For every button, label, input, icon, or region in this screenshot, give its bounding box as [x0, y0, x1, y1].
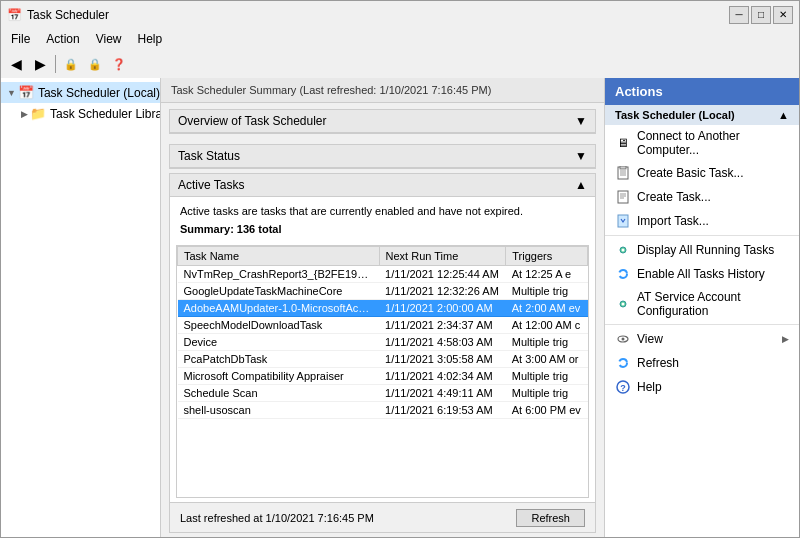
col-triggers[interactable]: Triggers: [506, 247, 588, 266]
toolbar-btn-1[interactable]: 🔒: [60, 53, 82, 75]
action-item-display-all-running-tasks[interactable]: Display All Running Tasks: [605, 238, 799, 262]
task-name-cell: shell-usoscan: [178, 402, 380, 419]
sidebar-item-library[interactable]: ▶ 📁 Task Scheduler Library: [15, 103, 160, 124]
toolbar-back[interactable]: ◀: [5, 53, 27, 75]
action-item-help[interactable]: ?Help: [605, 375, 799, 399]
action-label: Refresh: [637, 356, 789, 370]
action-item-refresh[interactable]: Refresh: [605, 351, 799, 375]
content-area: Task Scheduler Summary (Last refreshed: …: [161, 78, 604, 537]
triggers-cell: Multiple trig: [506, 334, 588, 351]
expand-icon: ▼: [7, 88, 16, 98]
table-row[interactable]: Microsoft Compatibility Appraiser1/11/20…: [178, 368, 588, 385]
maximize-button[interactable]: □: [751, 6, 771, 24]
action-icon: ?: [615, 379, 631, 395]
action-divider: [605, 324, 799, 325]
toolbar-btn-3[interactable]: ❓: [108, 53, 130, 75]
triggers-cell: At 2:00 AM ev: [506, 300, 588, 317]
sidebar-local-label: Task Scheduler (Local): [38, 86, 160, 100]
table-row[interactable]: GoogleUpdateTaskMachineCore1/11/2021 12:…: [178, 283, 588, 300]
refresh-button[interactable]: Refresh: [516, 509, 585, 527]
toolbar-forward[interactable]: ▶: [29, 53, 51, 75]
table-row[interactable]: Schedule Scan1/11/2021 4:49:11 AMMultipl…: [178, 385, 588, 402]
svg-point-12: [619, 270, 627, 278]
action-label: View: [637, 332, 776, 346]
library-icon: 📁: [30, 106, 46, 121]
summary-header-text: Task Scheduler Summary (Last refreshed: …: [171, 84, 491, 96]
action-item-enable-all-tasks-history[interactable]: Enable All Tasks History: [605, 262, 799, 286]
next-run-cell: 1/11/2021 2:34:37 AM: [379, 317, 506, 334]
svg-point-11: [622, 249, 625, 252]
triggers-cell: At 12:00 AM c: [506, 317, 588, 334]
task-name-cell: NvTmRep_CrashReport3_{B2FE1952-0186-46C.…: [178, 266, 380, 283]
actions-title: Actions: [605, 78, 799, 105]
actions-group-local[interactable]: Task Scheduler (Local) ▲: [605, 105, 799, 125]
menu-help[interactable]: Help: [132, 30, 169, 48]
minimize-button[interactable]: ─: [729, 6, 749, 24]
menu-view[interactable]: View: [90, 30, 128, 48]
action-label: Display All Running Tasks: [637, 243, 789, 257]
task-table-wrapper[interactable]: Task Name Next Run Time Triggers NvTmRep…: [176, 245, 589, 498]
table-row[interactable]: NvTmRep_CrashReport3_{B2FE1952-0186-46C.…: [178, 266, 588, 283]
action-icon: [615, 296, 631, 312]
action-label: Enable All Tasks History: [637, 267, 789, 281]
menu-file[interactable]: File: [5, 30, 36, 48]
sidebar-item-local[interactable]: ▼ 📅 Task Scheduler (Local): [1, 82, 160, 103]
toolbar-btn-2[interactable]: 🔒: [84, 53, 106, 75]
tasks-description: Active tasks are tasks that are currentl…: [170, 197, 595, 221]
col-task-name[interactable]: Task Name: [178, 247, 380, 266]
action-item-create-task...[interactable]: Create Task...: [605, 185, 799, 209]
table-row[interactable]: SpeechModelDownloadTask1/11/2021 2:34:37…: [178, 317, 588, 334]
next-run-cell: 1/11/2021 4:49:11 AM: [379, 385, 506, 402]
action-icon: [615, 213, 631, 229]
action-label: Create Task...: [637, 190, 789, 204]
action-item-create-basic-task...[interactable]: Create Basic Task...: [605, 161, 799, 185]
next-run-cell: 1/11/2021 3:05:58 AM: [379, 351, 506, 368]
content-inner: Overview of Task Scheduler ▼ Task Status…: [161, 103, 604, 537]
task-name-cell: PcaPatchDbTask: [178, 351, 380, 368]
active-tasks-section: Active Tasks ▲ Active tasks are tasks th…: [169, 173, 596, 533]
task-status-header[interactable]: Task Status ▼: [170, 145, 595, 168]
action-icon: [615, 242, 631, 258]
table-row[interactable]: PcaPatchDbTask1/11/2021 3:05:58 AMAt 3:0…: [178, 351, 588, 368]
table-row[interactable]: Device1/11/2021 4:58:03 AMMultiple trig: [178, 334, 588, 351]
actions-group-chevron: ▲: [778, 109, 789, 121]
next-run-cell: 1/11/2021 12:32:26 AM: [379, 283, 506, 300]
task-name-cell: AdobeAAMUpdater-1.0-MicrosoftAccount-pi.…: [178, 300, 380, 317]
table-header-row: Task Name Next Run Time Triggers: [178, 247, 588, 266]
action-icon: [615, 355, 631, 371]
action-item-at-service-account-configuration[interactable]: AT Service Account Configuration: [605, 286, 799, 322]
submenu-arrow-icon: ▶: [782, 334, 789, 344]
actions-group-label: Task Scheduler (Local): [615, 109, 735, 121]
toolbar: ◀ ▶ 🔒 🔒 ❓: [0, 50, 800, 78]
task-name-cell: Device: [178, 334, 380, 351]
svg-point-14: [622, 303, 625, 306]
action-icon: [615, 266, 631, 282]
svg-text:?: ?: [620, 383, 626, 393]
table-row[interactable]: AdobeAAMUpdater-1.0-MicrosoftAccount-pi.…: [178, 300, 588, 317]
action-item-import-task...[interactable]: Import Task...: [605, 209, 799, 233]
next-run-cell: 1/11/2021 12:25:44 AM: [379, 266, 506, 283]
next-run-cell: 1/11/2021 4:58:03 AM: [379, 334, 506, 351]
menu-action[interactable]: Action: [40, 30, 85, 48]
status-bar: Last refreshed at 1/10/2021 7:16:45 PM R…: [170, 502, 595, 532]
triggers-cell: At 6:00 PM ev: [506, 402, 588, 419]
task-table: Task Name Next Run Time Triggers NvTmRep…: [177, 246, 588, 419]
window-title: Task Scheduler: [27, 8, 109, 22]
action-item-view[interactable]: View▶: [605, 327, 799, 351]
action-item-connect-to-another-computer...[interactable]: 🖥Connect to Another Computer...: [605, 125, 799, 161]
overview-label: Overview of Task Scheduler: [178, 114, 327, 128]
sidebar-library-label: Task Scheduler Library: [50, 107, 161, 121]
action-icon: 🖥: [615, 135, 631, 151]
svg-rect-5: [618, 191, 628, 203]
active-tasks-header[interactable]: Active Tasks ▲: [170, 174, 595, 197]
action-label: Help: [637, 380, 789, 394]
overview-header[interactable]: Overview of Task Scheduler ▼: [170, 110, 595, 133]
sidebar-sub: ▶ 📁 Task Scheduler Library: [1, 103, 160, 124]
table-row[interactable]: shell-usoscan1/11/2021 6:19:53 AMAt 6:00…: [178, 402, 588, 419]
next-run-cell: 1/11/2021 6:19:53 AM: [379, 402, 506, 419]
action-divider: [605, 235, 799, 236]
col-next-run[interactable]: Next Run Time: [379, 247, 506, 266]
svg-point-16: [622, 338, 625, 341]
task-status-label: Task Status: [178, 149, 240, 163]
close-button[interactable]: ✕: [773, 6, 793, 24]
